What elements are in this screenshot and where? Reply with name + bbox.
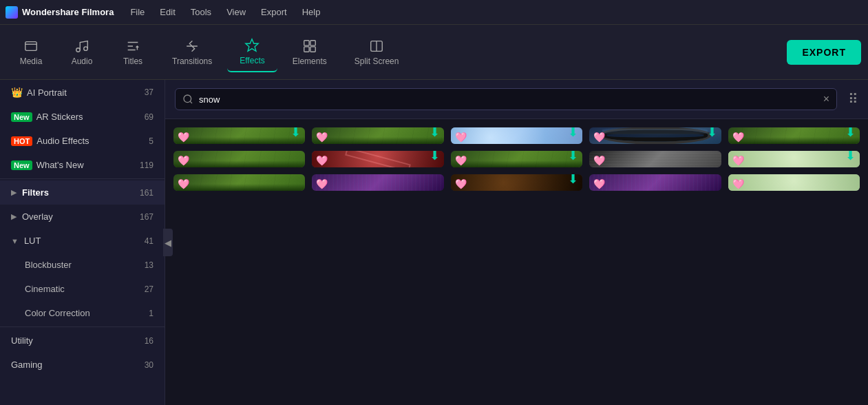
grid-item-11[interactable]: 🩷 Winter_Holidays_Pack_O... — [173, 174, 305, 191]
grid-item-13[interactable]: 🩷 ⬇ Halloween_Pack_Overlay... — [451, 174, 582, 191]
sidebar-item-color-correction[interactable]: Color Correction 1 — [0, 301, 165, 325]
thumb-bg-12: 🩷 — [312, 174, 443, 191]
svg-point-1 — [76, 48, 81, 52]
sidebar-label-cinematic: Cinematic — [25, 284, 145, 294]
thumb-bg-8: 🩷 ⬇ — [451, 151, 582, 167]
download-icon[interactable]: ⬇ — [290, 127, 301, 140]
sidebar-item-audio-effects[interactable]: HOT Audio Effects 5 — [0, 129, 165, 153]
favorite-icon[interactable]: 🩷 — [316, 132, 328, 143]
grid-item-10[interactable]: 🩷 ⬇ Winter_Holidays_Pack_O... — [728, 151, 860, 167]
download-icon[interactable]: ⬇ — [568, 174, 578, 187]
sidebar-item-blockbuster[interactable]: Blockbuster 13 — [0, 253, 165, 277]
grid-item-4[interactable]: 🩷 ⬇ Snowboard Pack Overlay... — [589, 127, 721, 144]
grid-item-5[interactable]: 🩷 ⬇ Snowboard Pack Overlay... — [728, 127, 860, 144]
sidebar-item-filters[interactable]: ▶ Filters 161 — [0, 180, 165, 205]
grid-item-9[interactable]: 🩷 B&W Noise — [589, 151, 721, 167]
grid-item-6[interactable]: 🩷 Snowboard Pack Overlay... — [173, 151, 305, 167]
favorite-icon[interactable]: 🩷 — [732, 132, 744, 143]
grid-item-2[interactable]: 🩷 ⬇ Snow Sports Overlay 1 — [312, 127, 443, 144]
sidebar-item-overlay[interactable]: ▶ Overlay 167 — [0, 205, 165, 229]
thumb-bg-6: 🩷 — [173, 151, 305, 167]
sidebar-item-lut[interactable]: ▼ LUT 41 — [0, 229, 165, 253]
tool-effects-label: Effects — [240, 56, 264, 65]
sidebar-collapse-handle[interactable]: ◀ — [163, 229, 173, 256]
menu-file[interactable]: File — [123, 4, 151, 20]
chevron-right-icon: ▶ — [11, 188, 17, 197]
tool-media-label: Media — [20, 56, 43, 66]
grid-view-toggle[interactable]: ⠿ — [848, 91, 858, 107]
sidebar-item-cinematic[interactable]: Cinematic 27 — [0, 277, 165, 301]
sidebar-count-filters: 161 — [140, 188, 154, 198]
tool-media[interactable]: Media — [7, 33, 55, 72]
search-clear-button[interactable]: × — [823, 93, 829, 105]
export-button[interactable]: EXPORT — [787, 40, 861, 65]
favorite-icon[interactable]: 🩷 — [455, 155, 467, 166]
sidebar-count-color-correction: 1 — [149, 309, 154, 318]
tool-transitions[interactable]: Transitions — [160, 33, 224, 72]
download-icon[interactable]: ⬇ — [845, 151, 856, 163]
download-icon[interactable]: ⬇ — [568, 151, 578, 163]
menu-export[interactable]: Export — [254, 4, 294, 20]
sidebar-count-overlay: 167 — [140, 212, 154, 222]
menu-view[interactable]: View — [220, 4, 253, 20]
main-content: 👑 AI Portrait 37 New AR Stickers 69 HOT … — [0, 80, 868, 405]
grid-item-15[interactable]: 🩷 Ski Pack Overlay 04 — [728, 174, 860, 191]
menu-tools[interactable]: Tools — [184, 4, 218, 20]
sidebar-label-overlay: Overlay — [22, 211, 140, 222]
favorite-icon[interactable]: 🩷 — [316, 178, 328, 189]
favorite-icon[interactable]: 🩷 — [316, 155, 328, 166]
favorite-icon[interactable]: 🩷 — [593, 155, 605, 166]
sidebar-item-utility[interactable]: Utility 16 — [0, 329, 165, 353]
thumb-bg-15: 🩷 — [728, 174, 860, 191]
download-icon[interactable]: ⬇ — [430, 127, 440, 140]
grid-item-12[interactable]: 🩷 VHS NOISE — [312, 174, 443, 191]
crown-icon: 👑 — [11, 87, 23, 98]
grid-item-3[interactable]: 🩷 ⬇ Snow Sports Overlay 3 - ... — [451, 127, 582, 144]
effects-grid: 🩷 ⬇ Snow Sports Overlay 2 🩷 ⬇ Snow Sport… — [173, 127, 860, 191]
app-name: Wondershare Filmora — [22, 7, 114, 17]
sidebar-label-blockbuster: Blockbuster — [25, 260, 145, 270]
favorite-icon[interactable]: 🩷 — [178, 178, 189, 189]
grid-item-8[interactable]: 🩷 ⬇ Winter_Holidays_Pack_O... — [451, 151, 582, 167]
favorite-icon[interactable]: 🩷 — [732, 155, 744, 166]
tool-audio[interactable]: Audio — [58, 33, 106, 72]
sidebar-item-ai-portrait[interactable]: 👑 AI Portrait 37 — [0, 80, 165, 105]
thumb-bg-5: 🩷 ⬇ — [728, 127, 860, 144]
download-icon[interactable]: ⬇ — [568, 127, 578, 140]
favorite-icon[interactable]: 🩷 — [178, 132, 189, 143]
svg-rect-5 — [310, 40, 315, 45]
download-icon[interactable]: ⬇ — [845, 127, 856, 140]
thumb-bg-3: 🩷 ⬇ — [451, 127, 582, 144]
sidebar-count-ar-stickers: 69 — [145, 112, 154, 122]
favorite-icon[interactable]: 🩷 — [593, 178, 605, 189]
menu-edit[interactable]: Edit — [153, 4, 182, 20]
sidebar-item-whats-new[interactable]: New What's New 119 — [0, 153, 165, 177]
thumb-bg-14: 🩷 — [589, 174, 721, 191]
tool-titles[interactable]: Titles — [109, 33, 157, 72]
favorite-icon[interactable]: 🩷 — [455, 132, 467, 143]
tool-elements[interactable]: Elements — [280, 33, 339, 72]
favorite-icon[interactable]: 🩷 — [178, 155, 189, 166]
favorite-icon[interactable]: 🩷 — [732, 178, 744, 189]
grid-item-7[interactable]: 🩷 ⬇ Holiday Paper Pop Up - ... — [312, 151, 443, 167]
thumb-bg-10: 🩷 ⬇ — [728, 151, 860, 167]
download-icon[interactable]: ⬇ — [707, 127, 717, 140]
search-input[interactable] — [199, 94, 818, 105]
download-icon[interactable]: ⬇ — [430, 151, 440, 163]
sidebar-item-ar-stickers[interactable]: New AR Stickers 69 — [0, 105, 165, 129]
app-logo-icon — [6, 6, 18, 19]
grid-item-1[interactable]: 🩷 ⬇ Snow Sports Overlay 2 — [173, 127, 305, 144]
grid-item-14[interactable]: 🩷 VHS BAD NOISE — [589, 174, 721, 191]
favorite-icon[interactable]: 🩷 — [593, 132, 605, 143]
sidebar-item-gaming[interactable]: Gaming 30 — [0, 353, 165, 377]
chevron-right-icon-overlay: ▶ — [11, 212, 17, 221]
tool-elements-label: Elements — [293, 56, 327, 66]
tool-split-screen[interactable]: Split Screen — [342, 33, 412, 72]
svg-marker-3 — [246, 39, 258, 50]
sidebar-count-lut: 41 — [145, 236, 154, 246]
menu-help[interactable]: Help — [295, 4, 328, 20]
favorite-icon[interactable]: 🩷 — [455, 178, 467, 189]
hot-badge-audio: HOT — [11, 136, 32, 146]
tool-effects[interactable]: Effects — [227, 32, 277, 72]
thumb-bg-2: 🩷 ⬇ — [312, 127, 443, 144]
